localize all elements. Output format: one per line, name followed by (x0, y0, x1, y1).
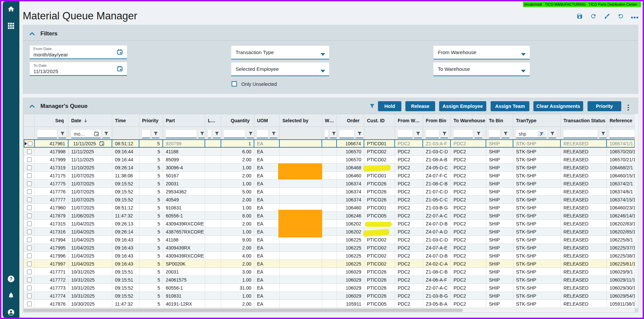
svg-text:?: ? (10, 276, 13, 282)
